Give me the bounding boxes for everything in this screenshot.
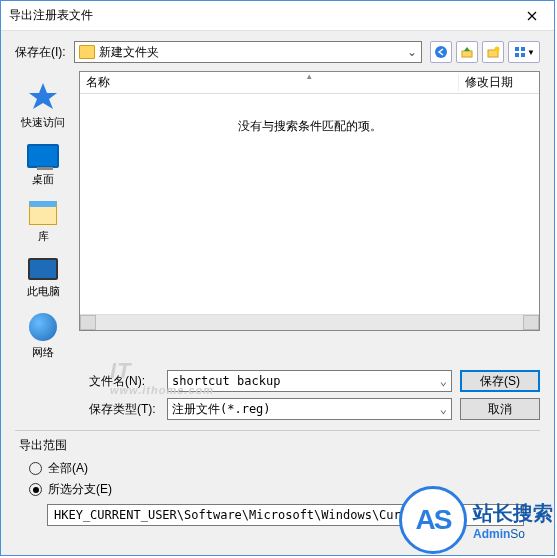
column-name[interactable]: 名称 — [80, 74, 459, 91]
svg-rect-5 — [521, 47, 525, 51]
save-in-folder-name: 新建文件夹 — [99, 44, 407, 61]
chevron-down-icon[interactable]: ⌄ — [440, 374, 447, 388]
svg-rect-4 — [515, 47, 519, 51]
save-in-select[interactable]: 新建文件夹 ⌄ — [74, 41, 422, 63]
new-folder-icon[interactable] — [482, 41, 504, 63]
export-scope-group: 导出范围 全部(A) 所选分支(E) HKEY_CURRENT_USER\Sof… — [15, 437, 540, 526]
places-sidebar: 快速访问 桌面 库 此电脑 网络 — [15, 71, 71, 360]
cancel-button[interactable]: 取消 — [460, 398, 540, 420]
svg-rect-1 — [462, 51, 472, 57]
window-title: 导出注册表文件 — [1, 7, 509, 24]
chevron-down-icon[interactable]: ⌄ — [440, 402, 447, 416]
filetype-row: 保存类型(T): 注册文件(*.reg) ⌄ 取消 — [15, 398, 540, 420]
export-scope-title: 导出范围 — [19, 437, 536, 454]
svg-rect-7 — [521, 53, 525, 57]
sort-indicator-icon: ▴ — [307, 71, 312, 81]
filetype-label: 保存类型(T): — [89, 401, 159, 418]
column-date[interactable]: 修改日期 — [459, 74, 539, 91]
save-button[interactable]: 保存(S) — [460, 370, 540, 392]
filename-input[interactable]: shortcut backup ⌄ — [167, 370, 452, 392]
svg-rect-6 — [515, 53, 519, 57]
close-button[interactable] — [509, 1, 554, 31]
filename-label: 文件名(N): — [89, 373, 159, 390]
folder-icon — [79, 45, 95, 59]
filetype-select[interactable]: 注册文件(*.reg) ⌄ — [167, 398, 452, 420]
back-icon[interactable] — [430, 41, 452, 63]
libraries-icon — [29, 201, 57, 225]
filename-row: 文件名(N): shortcut backup ⌄ 保存(S) — [15, 370, 540, 392]
save-in-label: 保存在(I): — [15, 44, 66, 61]
radio-selected-label: 所选分支(E) — [48, 481, 112, 498]
empty-message: 没有与搜索条件匹配的项。 — [80, 94, 539, 135]
sidebar-item-desktop[interactable]: 桌面 — [27, 144, 59, 187]
branch-path-input[interactable]: HKEY_CURRENT_USER\Software\Microsoft\Win… — [47, 504, 524, 526]
horizontal-scrollbar[interactable] — [80, 314, 539, 330]
scroll-left-button[interactable] — [80, 315, 96, 330]
thispc-icon — [28, 258, 58, 280]
nav-toolbar: ▼ — [430, 41, 540, 63]
radio-all-label: 全部(A) — [48, 460, 88, 477]
up-level-icon[interactable] — [456, 41, 478, 63]
divider — [15, 430, 540, 431]
view-menu-icon[interactable]: ▼ — [508, 41, 540, 63]
network-icon — [29, 313, 57, 341]
scroll-track[interactable] — [96, 315, 523, 330]
file-list-header: ▴ 名称 修改日期 — [80, 72, 539, 94]
file-list[interactable]: ▴ 名称 修改日期 没有与搜索条件匹配的项。 — [79, 71, 540, 331]
radio-icon — [29, 483, 42, 496]
chevron-down-icon: ⌄ — [407, 45, 417, 59]
sidebar-item-quick[interactable]: 快速访问 — [21, 79, 65, 130]
desktop-icon — [27, 144, 59, 168]
sidebar-item-network[interactable]: 网络 — [29, 313, 57, 360]
scroll-right-button[interactable] — [523, 315, 539, 330]
svg-point-0 — [435, 46, 447, 58]
radio-selected-branch[interactable]: 所选分支(E) — [29, 481, 536, 498]
radio-icon — [29, 462, 42, 475]
svg-point-3 — [495, 47, 500, 52]
titlebar: 导出注册表文件 — [1, 1, 554, 31]
sidebar-item-thispc[interactable]: 此电脑 — [27, 258, 60, 299]
sidebar-item-libraries[interactable]: 库 — [29, 201, 57, 244]
radio-all[interactable]: 全部(A) — [29, 460, 536, 477]
quick-access-icon — [27, 79, 59, 111]
save-in-row: 保存在(I): 新建文件夹 ⌄ ▼ — [15, 41, 540, 63]
